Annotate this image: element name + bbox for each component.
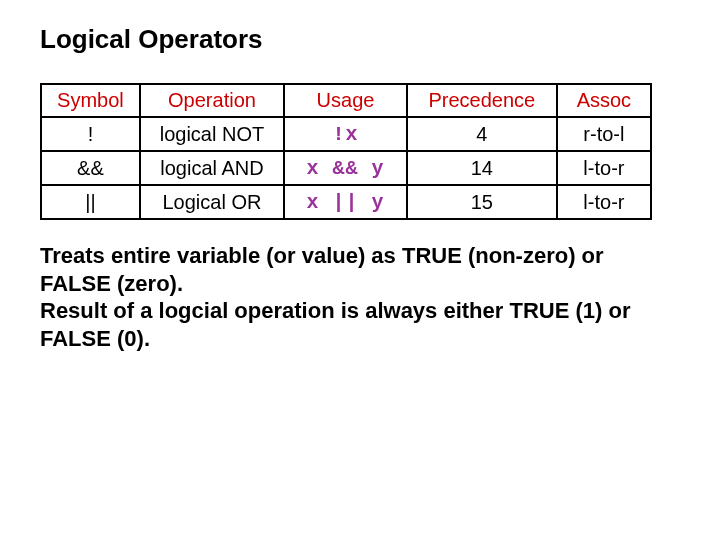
description-text: Treats entire variable (or value) as TRU… [40,242,660,352]
operators-table: Symbol Operation Usage Precedence Assoc … [40,83,652,220]
cell-operation: logical AND [140,151,284,185]
cell-assoc: l-to-r [557,151,651,185]
cell-precedence: 15 [407,185,557,219]
cell-usage: !x [284,117,407,151]
table-row: ! logical NOT !x 4 r-to-l [41,117,651,151]
cell-symbol: && [41,151,140,185]
usage-code: x || y [306,191,384,214]
cell-usage: x && y [284,151,407,185]
description-line-2: Result of a logcial operation is always … [40,298,630,351]
cell-precedence: 4 [407,117,557,151]
cell-operation: logical NOT [140,117,284,151]
cell-usage: x || y [284,185,407,219]
table-row: || Logical OR x || y 15 l-to-r [41,185,651,219]
header-operation: Operation [140,84,284,117]
table-header-row: Symbol Operation Usage Precedence Assoc [41,84,651,117]
cell-operation: Logical OR [140,185,284,219]
page-title: Logical Operators [40,24,680,55]
header-assoc: Assoc [557,84,651,117]
cell-symbol: ! [41,117,140,151]
cell-assoc: l-to-r [557,185,651,219]
usage-code: x && y [306,157,384,180]
table-row: && logical AND x && y 14 l-to-r [41,151,651,185]
header-usage: Usage [284,84,407,117]
description-line-1: Treats entire variable (or value) as TRU… [40,243,604,296]
usage-code: !x [332,123,358,146]
cell-symbol: || [41,185,140,219]
cell-assoc: r-to-l [557,117,651,151]
header-precedence: Precedence [407,84,557,117]
header-symbol: Symbol [41,84,140,117]
slide-page: Logical Operators Symbol Operation Usage… [0,0,720,376]
cell-precedence: 14 [407,151,557,185]
